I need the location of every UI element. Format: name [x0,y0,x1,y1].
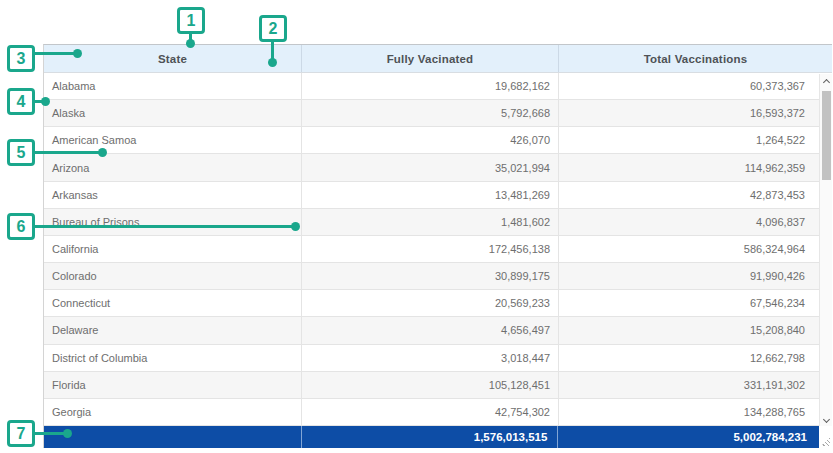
fully-vaccinated-cell: 20,569,233 [302,290,559,316]
callout-2-dot [268,58,277,67]
annotated-screenshot: State Fully Vacinated Total Vaccinations… [0,0,833,453]
fully-vaccinated-cell: 30,899,175 [302,263,559,289]
fully-vaccinated-cell: 1,481,602 [302,209,559,235]
fully-vaccinated-cell: 4,656,497 [302,317,559,343]
state-cell: Arkansas [44,182,302,208]
state-cell: Florida [44,372,302,398]
callout-3-dot [73,49,82,58]
total-vaccinations-cell: 1,264,522 [559,127,832,153]
callout-1-badge: 1 [177,7,205,34]
table-row[interactable]: Alaska5,792,66816,593,372 [44,100,832,127]
table-header-row: State Fully Vacinated Total Vaccinations [44,45,832,73]
total-vaccinations-cell: 60,373,367 [559,73,832,99]
callout-1-number: 1 [187,12,196,30]
total-vaccinations-cell: 134,288,765 [559,399,832,425]
callout-5-connector [34,151,103,154]
callout-7-number: 7 [17,425,26,443]
fully-vaccinated-cell: 42,754,302 [302,399,559,425]
callout-4-number: 4 [17,93,26,111]
chevron-up-icon [822,78,829,85]
state-cell: Bureau of Prisons [44,209,302,235]
callout-6-dot [291,222,300,231]
total-vaccinations-cell: 12,662,798 [559,345,832,371]
table-row[interactable]: District of Columbia3,018,44712,662,798 [44,345,832,372]
state-cell: American Samoa [44,127,302,153]
scrollbar-thumb[interactable] [822,91,831,180]
total-vaccinations-cell: 67,546,234 [559,290,832,316]
attribute-table: State Fully Vacinated Total Vaccinations… [43,44,832,448]
scroll-down-button[interactable] [820,413,832,427]
total-total-vaccinations-cell: 5,002,784,231 [558,426,819,448]
callout-7-dot [63,429,72,438]
column-header-state[interactable]: State [44,45,302,72]
state-cell: Arizona [44,154,302,180]
total-fully-vaccinated-cell: 1,576,013,515 [302,426,559,448]
table-row[interactable]: American Samoa426,0701,264,522 [44,127,832,154]
callout-2-badge: 2 [259,15,287,42]
table-row[interactable]: Arizona35,021,994114,962,359 [44,154,832,181]
total-vaccinations-cell: 114,962,359 [559,154,832,180]
column-header-total-vaccinations[interactable]: Total Vaccinations [559,45,832,72]
total-vaccinations-cell: 91,990,426 [559,263,832,289]
fully-vaccinated-cell: 105,128,451 [302,372,559,398]
table-row[interactable]: Alabama19,682,16260,373,367 [44,73,832,100]
table-row[interactable]: Delaware4,656,49715,208,840 [44,317,832,344]
total-vaccinations-cell: 42,873,453 [559,182,832,208]
table-row[interactable]: California172,456,138586,324,964 [44,236,832,263]
state-cell: Connecticut [44,290,302,316]
callout-6-badge: 6 [7,213,35,240]
callout-4-dot [41,97,50,106]
callout-5-dot [98,148,107,157]
table-corner [819,426,832,448]
callout-6-connector [34,225,296,228]
chevron-down-icon [822,415,829,422]
callout-5-number: 5 [17,144,26,162]
table-row[interactable]: Connecticut20,569,23367,546,234 [44,290,832,317]
fully-vaccinated-cell: 5,792,668 [302,100,559,126]
resize-grip-icon[interactable] [821,437,830,446]
callout-3-number: 3 [17,50,26,68]
table-total-row: 1,576,013,515 5,002,784,231 [44,426,832,448]
callout-1-dot [186,39,195,48]
callout-6-number: 6 [17,218,26,236]
state-cell: Alabama [44,73,302,99]
state-cell: District of Columbia [44,345,302,371]
state-cell: Delaware [44,317,302,343]
table-row[interactable]: Florida105,128,451331,191,302 [44,372,832,399]
column-header-fully-vaccinated[interactable]: Fully Vacinated [302,45,559,72]
total-vaccinations-cell: 4,096,837 [559,209,832,235]
state-cell: Alaska [44,100,302,126]
fully-vaccinated-cell: 172,456,138 [302,236,559,262]
callout-4-badge: 4 [7,88,35,115]
table-row[interactable]: Colorado30,899,17591,990,426 [44,263,832,290]
callout-5-badge: 5 [7,139,35,166]
callout-7-badge: 7 [7,420,35,447]
callout-3-connector [34,52,78,55]
table-row[interactable]: Georgia42,754,302134,288,765 [44,399,832,426]
callout-3-badge: 3 [7,45,35,72]
fully-vaccinated-cell: 35,021,994 [302,154,559,180]
total-vaccinations-cell: 586,324,964 [559,236,832,262]
total-vaccinations-cell: 331,191,302 [559,372,832,398]
scroll-up-button[interactable] [820,74,832,88]
state-cell: Colorado [44,263,302,289]
state-cell: Georgia [44,399,302,425]
vertical-scrollbar[interactable] [819,74,832,427]
callout-2-number: 2 [269,20,278,38]
state-cell: California [44,236,302,262]
total-vaccinations-cell: 16,593,372 [559,100,832,126]
total-vaccinations-cell: 15,208,840 [559,317,832,343]
fully-vaccinated-cell: 13,481,269 [302,182,559,208]
table-body: Alabama19,682,16260,373,367Alaska5,792,6… [44,73,832,426]
table-row[interactable]: Bureau of Prisons1,481,6024,096,837 [44,209,832,236]
fully-vaccinated-cell: 19,682,162 [302,73,559,99]
total-state-cell [44,426,302,448]
fully-vaccinated-cell: 426,070 [302,127,559,153]
fully-vaccinated-cell: 3,018,447 [302,345,559,371]
table-row[interactable]: Arkansas13,481,26942,873,453 [44,182,832,209]
